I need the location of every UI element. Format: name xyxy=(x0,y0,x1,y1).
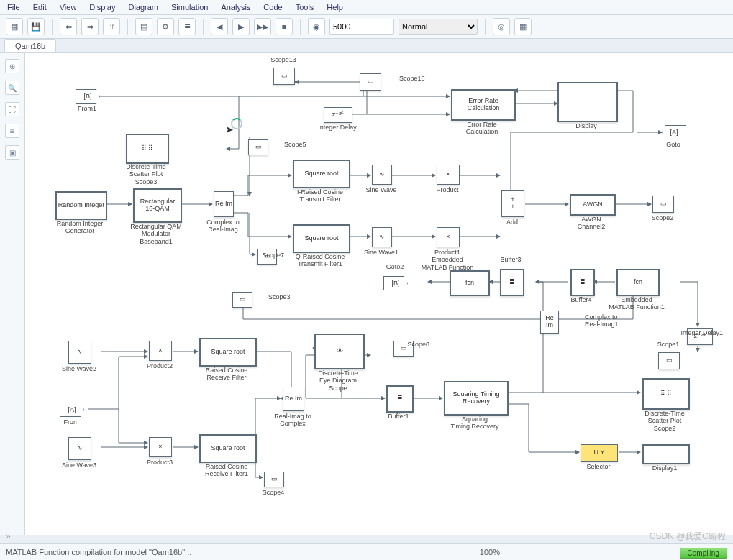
watermark: CSDN @我爱C编程 xyxy=(650,531,726,543)
calendar-icon[interactable]: ▦ xyxy=(514,18,532,35)
new-icon[interactable]: ▦ xyxy=(6,18,23,35)
block-add[interactable]: ++ xyxy=(501,190,524,217)
block-rcrf1[interactable]: Square root xyxy=(199,434,257,463)
label-emf1: Embedded MATLAB Function1 xyxy=(593,296,680,311)
block-buffer1[interactable]: ≣ xyxy=(386,385,414,413)
block-i-raised-cosine[interactable]: Square root xyxy=(293,160,350,188)
block-scope1[interactable]: ▭ xyxy=(658,352,680,369)
busy-spinner-icon xyxy=(231,118,242,129)
canvas[interactable]: ▭ Scope13 ▭ Scope10 [B] From1 Error Rate… xyxy=(25,53,733,535)
menu-analysis[interactable]: Analysis xyxy=(221,3,250,12)
block-product[interactable]: × xyxy=(437,165,460,185)
label-rcrf1: Raised Cosine Receive Filter1 xyxy=(183,463,270,478)
menu-view[interactable]: View xyxy=(60,3,77,12)
label-eye-diagram: Discrete-Time Eye Diagram Scope xyxy=(295,369,381,392)
block-buffer4[interactable]: ≣ xyxy=(570,269,595,296)
block-squaring-timing[interactable]: Squaring Timing Recovery xyxy=(444,381,509,416)
record-icon[interactable]: ◉ xyxy=(308,18,325,35)
block-scope3[interactable]: ▭ xyxy=(232,292,252,308)
stop-time-input[interactable] xyxy=(329,19,394,35)
tag-from-b[interactable]: [B] xyxy=(76,89,100,104)
block-rcrf[interactable]: Square root xyxy=(199,338,257,367)
label-buffer3: Buffer3 xyxy=(468,256,554,263)
label-scatter-scope2: Discrete-Time Scatter Plot Scope2 xyxy=(622,410,708,432)
block-scope13[interactable]: ▭ xyxy=(273,68,295,85)
block-sine-wave[interactable]: ∿ xyxy=(372,165,392,185)
gear-icon[interactable]: ⚙ xyxy=(157,18,174,35)
block-integer-delay[interactable]: z⁻²⁶ xyxy=(324,107,352,123)
block-error-rate[interactable]: Error Rate Calculation xyxy=(451,89,516,121)
menu-simulation[interactable]: Simulation xyxy=(171,3,208,12)
list-icon[interactable]: ≣ xyxy=(178,18,196,35)
label-complex-to-real-imag: Complex to Real-Imag xyxy=(180,219,266,234)
block-product3[interactable]: × xyxy=(149,437,172,457)
block-sine-wave1[interactable]: ∿ xyxy=(372,227,392,247)
tab-row: Qam16b xyxy=(0,39,733,53)
tag-from-a[interactable]: [A] xyxy=(60,403,84,417)
block-scope5[interactable]: ▭ xyxy=(248,139,268,155)
block-scope2[interactable]: ▭ xyxy=(652,196,674,213)
expand-icon[interactable]: » xyxy=(6,531,11,541)
block-selector[interactable]: U Y xyxy=(581,444,618,462)
up-icon[interactable]: ⇧ xyxy=(103,18,120,35)
block-product1[interactable]: × xyxy=(437,227,460,247)
label-from: From xyxy=(28,418,114,426)
menu-help[interactable]: Help xyxy=(327,3,343,12)
label-scope10: Scope10 xyxy=(399,75,486,82)
zoom-icon[interactable]: 🔍 xyxy=(5,81,19,95)
library-icon[interactable]: ▤ xyxy=(135,18,152,35)
status-message: MATLAB Function compilation for model "Q… xyxy=(6,548,191,556)
block-c2ri1[interactable]: Re Im xyxy=(540,311,559,334)
forward-icon[interactable]: ⇒ xyxy=(81,18,99,35)
block-complex-to-real-imag[interactable]: Re Im xyxy=(214,191,234,217)
label-scatter-scope3: Discrete-Time Scatter Plot Scope3 xyxy=(103,163,189,185)
fit-icon[interactable]: ⛶ xyxy=(5,102,19,116)
menu-diagram[interactable]: Diagram xyxy=(128,3,158,12)
menu-display[interactable]: Display xyxy=(89,3,115,12)
image-icon[interactable]: ▣ xyxy=(5,145,19,160)
mode-select[interactable]: Normal xyxy=(399,19,478,35)
tab-model[interactable]: Qam16b xyxy=(4,39,56,52)
block-fcn[interactable]: fcn xyxy=(450,270,490,296)
run-icon[interactable]: ▶ xyxy=(232,18,250,35)
block-real-imag-to-complex[interactable]: Re Im xyxy=(283,387,304,411)
block-buffer3[interactable]: ≣ xyxy=(500,269,524,296)
menu-file[interactable]: File xyxy=(7,3,20,12)
block-random-integer[interactable]: Random Integer xyxy=(55,191,107,220)
block-scatter-scope2[interactable]: ⠿ ⠿ xyxy=(642,378,690,410)
tree-icon[interactable]: ≡ xyxy=(5,124,19,138)
label-rcrf: Raised Cosine Receive Filter xyxy=(183,367,270,382)
label-goto2: Goto2 xyxy=(352,263,438,270)
tag-goto2[interactable]: [B] xyxy=(383,276,408,290)
block-scatter-scope3[interactable]: ⠿ ⠿ xyxy=(126,134,169,164)
label-integer-delay1: Integer Delay1 xyxy=(637,329,723,336)
label-buffer1: Buffer1 xyxy=(355,413,442,420)
save-icon[interactable]: 💾 xyxy=(27,18,45,35)
label-integer-delay: Integer Delay xyxy=(294,124,381,131)
step-back-icon[interactable]: ◀ xyxy=(211,18,228,35)
block-eye-diagram[interactable]: 👁 xyxy=(314,334,365,369)
block-product2[interactable]: × xyxy=(149,341,172,361)
label-error-rate: Error Rate Calculation xyxy=(439,121,525,136)
tag-goto-a[interactable]: [A] xyxy=(662,125,686,139)
menu-code[interactable]: Code xyxy=(263,3,282,12)
block-emf1[interactable]: fcn xyxy=(616,269,660,296)
block-scope10[interactable]: ▭ xyxy=(360,73,381,91)
stop-icon[interactable]: ■ xyxy=(276,18,293,35)
label-c2ri1: Complex to Real-Imag1 xyxy=(585,313,671,329)
target-icon[interactable]: ◎ xyxy=(493,18,510,35)
block-awgn[interactable]: AWGN xyxy=(570,194,616,216)
block-sine-wave2[interactable]: ∿ xyxy=(68,341,91,364)
label-scope2: Scope2 xyxy=(619,214,706,221)
menu-tools[interactable]: Tools xyxy=(296,3,314,12)
block-rect-qam[interactable]: Rectangular 16-QAM xyxy=(133,188,182,223)
zoom-fit-icon[interactable]: ⊕ xyxy=(5,59,19,73)
label-scope8: Scope8 xyxy=(343,341,429,348)
back-icon[interactable]: ⇐ xyxy=(60,18,77,35)
menu-edit[interactable]: Edit xyxy=(33,3,47,12)
block-sine-wave3[interactable]: ∿ xyxy=(68,437,91,460)
block-display1[interactable] xyxy=(642,444,690,464)
block-display[interactable] xyxy=(557,82,618,122)
block-scope4[interactable]: ▭ xyxy=(264,472,284,487)
step-fwd-icon[interactable]: ▶▶ xyxy=(254,18,271,35)
